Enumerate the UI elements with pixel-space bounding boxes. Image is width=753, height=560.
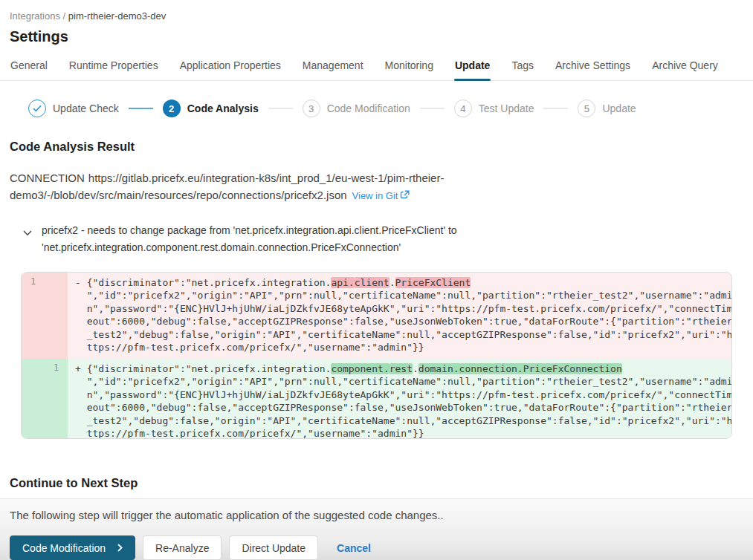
action-bar: Code Modification Re-Analyze Direct Upda…	[10, 535, 743, 560]
page-title: Settings	[10, 28, 753, 45]
step-update-check: Update Check	[28, 100, 119, 117]
code-line: ","id":"pricefx2","origin":"API","prn":n…	[75, 375, 728, 388]
line-number-new: 1	[45, 362, 68, 373]
line-number-old: 1	[22, 276, 45, 287]
code-line: n","password":"{ENC}HVlJ+hjUhW/iaLjDZkfv…	[75, 302, 728, 316]
code-modification-button[interactable]: Code Modification	[10, 535, 135, 560]
code-line: eout":6000,"debug":false,"acceptGZIPResp…	[75, 401, 728, 414]
tab-update[interactable]: Update	[454, 56, 491, 80]
step-connector	[268, 108, 293, 109]
code-line: _test2","debug":false,"origin":"API","ce…	[75, 414, 728, 428]
diff-block-removed: 1- {"discriminator":"net.pricefx.integra…	[22, 273, 731, 359]
step-label: Test Update	[479, 102, 534, 114]
tab-monitoring[interactable]: Monitoring	[384, 56, 434, 80]
step-test-update: 4Test Update	[454, 100, 534, 117]
tab-management[interactable]: Management	[302, 56, 364, 80]
step-number: 3	[303, 100, 320, 117]
step-connector	[129, 108, 153, 109]
breadcrumb-separator: /	[60, 10, 68, 22]
tab-tags[interactable]: Tags	[511, 56, 534, 80]
code-modification-label: Code Modification	[22, 542, 106, 554]
chevron-down-icon[interactable]	[23, 226, 32, 256]
breadcrumb-parent[interactable]: Integrations	[10, 10, 60, 22]
view-in-git-label: View in Git	[352, 190, 398, 201]
tab-archive-query[interactable]: Archive Query	[651, 56, 719, 80]
diff-code: + {"discriminator":"net.pricefx.integrat…	[68, 359, 731, 439]
step-connector	[543, 108, 568, 109]
diff-gutter: 1	[22, 273, 68, 359]
step-connector	[420, 108, 445, 109]
code-line: ","id":"pricefx2","origin":"API","prn":n…	[75, 289, 728, 302]
code-line: eout":6000,"debug":false,"acceptGZIPResp…	[75, 315, 728, 328]
tab-runtime-properties[interactable]: Runtime Properties	[68, 56, 159, 80]
tab-application-properties[interactable]: Application Properties	[179, 56, 282, 80]
breadcrumb: Integrations / pim-rtheier-demo3-dev	[0, 0, 753, 22]
code-line: _test2","debug":false,"origin":"API","ce…	[75, 328, 728, 342]
diff-block-added: 1+ {"discriminator":"net.pricefx.integra…	[22, 359, 731, 439]
finding-text: pricefx2 - needs to change package from …	[42, 222, 532, 256]
step-code-analysis: 2Code Analysis	[163, 100, 259, 117]
diff-marker: -	[75, 277, 87, 288]
step-code-modification: 3Code Modification	[303, 100, 410, 117]
breadcrumb-current: pim-rtheier-demo3-dev	[68, 10, 167, 22]
tab-general[interactable]: General	[10, 56, 48, 80]
step-update: 5Update	[578, 100, 636, 117]
next-step-description: The following step will trigger the auto…	[10, 509, 743, 521]
code-analysis-result-heading: Code Analysis Result	[10, 140, 753, 154]
external-link-icon	[400, 190, 410, 200]
direct-update-button[interactable]: Direct Update	[229, 535, 318, 560]
step-label: Code Modification	[327, 102, 410, 114]
re-analyze-button[interactable]: Re-Analyze	[143, 535, 222, 560]
connection-label: CONNECTION	[10, 172, 85, 184]
footer: The following step will trigger the auto…	[0, 498, 753, 560]
step-label: Code Analysis	[187, 102, 259, 114]
code-line: + {"discriminator":"net.pricefx.integrat…	[75, 362, 728, 376]
code-line: ttps://pfm-test.pricefx.com/pricefx/","u…	[75, 341, 728, 354]
diff-viewer: 1- {"discriminator":"net.pricefx.integra…	[21, 272, 732, 439]
connection-info: CONNECTIONhttps://gitlab.pricefx.eu/inte…	[10, 169, 485, 204]
continue-heading: Continue to Next Step	[10, 476, 753, 490]
code-line: n","password":"{ENC}HVlJ+hjUhW/iaLjDZkfv…	[75, 388, 728, 402]
view-in-git-link[interactable]: View in Git	[352, 190, 410, 201]
check-icon	[28, 100, 46, 117]
step-number: 5	[578, 100, 595, 117]
step-number: 2	[163, 100, 181, 117]
finding-row: pricefx2 - needs to change package from …	[23, 222, 753, 256]
chevron-right-icon	[117, 544, 123, 552]
code-line: - {"discriminator":"net.pricefx.integrat…	[75, 276, 728, 290]
diff-code: - {"discriminator":"net.pricefx.integrat…	[68, 273, 731, 359]
tab-archive-settings[interactable]: Archive Settings	[555, 56, 631, 80]
tab-bar: GeneralRuntime PropertiesApplication Pro…	[0, 56, 753, 81]
settings-page: Integrations / pim-rtheier-demo3-dev Set…	[0, 0, 753, 560]
step-number: 4	[454, 100, 472, 117]
diff-gutter: 1	[22, 359, 68, 439]
diff-marker: +	[75, 363, 87, 374]
step-label: Update Check	[53, 102, 119, 114]
step-label: Update	[602, 102, 636, 114]
code-line: ttps://pfm-test.pricefx.com/pricefx/","u…	[75, 427, 728, 439]
stepper: Update Check2Code Analysis3Code Modifica…	[28, 100, 753, 117]
cancel-button[interactable]: Cancel	[332, 535, 375, 560]
